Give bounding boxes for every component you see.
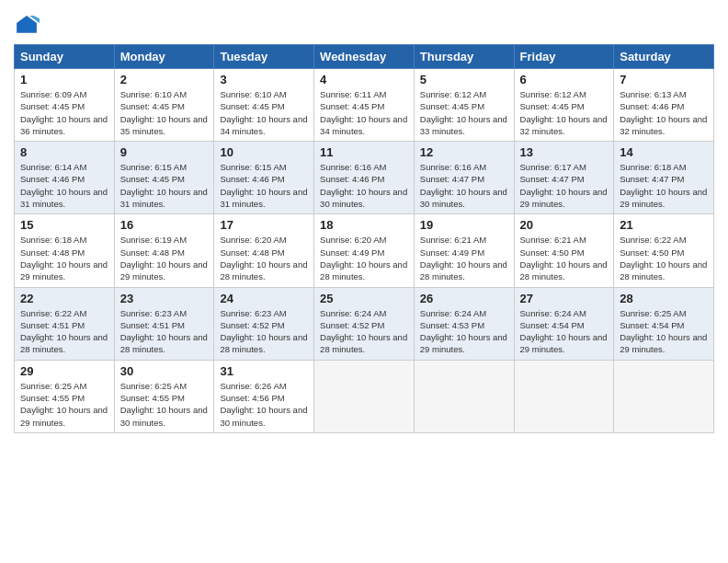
logo-icon xyxy=(14,13,40,39)
day-info: Sunrise: 6:18 AMSunset: 4:47 PMDaylight:… xyxy=(620,161,709,210)
day-number: 16 xyxy=(120,218,210,232)
day-number: 25 xyxy=(320,292,409,305)
day-number: 2 xyxy=(120,73,210,86)
day-info: Sunrise: 6:25 AMSunset: 4:55 PMDaylight:… xyxy=(20,380,109,429)
day-number: 26 xyxy=(420,292,509,305)
day-number: 18 xyxy=(320,218,409,232)
day-info: Sunrise: 6:24 AMSunset: 4:52 PMDaylight:… xyxy=(320,307,409,356)
day-number: 14 xyxy=(620,145,709,159)
weekday-header-wednesday: Wednesday xyxy=(314,45,415,69)
day-number: 21 xyxy=(620,218,709,232)
weekday-header-friday: Friday xyxy=(514,45,614,69)
day-info: Sunrise: 6:24 AMSunset: 4:53 PMDaylight:… xyxy=(420,307,509,356)
weekday-header-thursday: Thursday xyxy=(414,45,514,69)
day-number: 1 xyxy=(20,73,109,86)
day-info: Sunrise: 6:17 AMSunset: 4:47 PMDaylight:… xyxy=(520,161,609,210)
day-info: Sunrise: 6:23 AMSunset: 4:51 PMDaylight:… xyxy=(120,307,210,356)
calendar-cell: 29Sunrise: 6:25 AMSunset: 4:55 PMDayligh… xyxy=(15,360,115,432)
day-number: 13 xyxy=(520,145,609,159)
calendar-cell xyxy=(414,360,514,432)
day-info: Sunrise: 6:22 AMSunset: 4:50 PMDaylight:… xyxy=(620,234,709,282)
calendar-cell: 5Sunrise: 6:12 AMSunset: 4:45 PMDaylight… xyxy=(414,69,514,142)
weekday-header-monday: Monday xyxy=(114,45,214,69)
calendar-cell xyxy=(314,360,415,432)
day-number: 3 xyxy=(220,73,309,86)
calendar-cell: 21Sunrise: 6:22 AMSunset: 4:50 PMDayligh… xyxy=(614,214,714,287)
calendar-cell: 16Sunrise: 6:19 AMSunset: 4:48 PMDayligh… xyxy=(114,214,214,287)
calendar-cell: 6Sunrise: 6:12 AMSunset: 4:45 PMDaylight… xyxy=(514,69,614,142)
calendar-week-row: 1Sunrise: 6:09 AMSunset: 4:45 PMDaylight… xyxy=(15,69,714,142)
calendar-cell: 15Sunrise: 6:18 AMSunset: 4:48 PMDayligh… xyxy=(15,214,115,287)
day-info: Sunrise: 6:15 AMSunset: 4:45 PMDaylight:… xyxy=(120,161,210,210)
day-number: 4 xyxy=(320,73,409,86)
day-number: 19 xyxy=(420,218,509,232)
day-info: Sunrise: 6:20 AMSunset: 4:49 PMDaylight:… xyxy=(320,234,409,282)
day-info: Sunrise: 6:12 AMSunset: 4:45 PMDaylight:… xyxy=(520,88,609,137)
day-number: 15 xyxy=(20,218,109,232)
calendar-cell: 10Sunrise: 6:15 AMSunset: 4:46 PMDayligh… xyxy=(214,142,314,214)
calendar-cell: 30Sunrise: 6:25 AMSunset: 4:55 PMDayligh… xyxy=(114,360,214,432)
calendar-week-row: 29Sunrise: 6:25 AMSunset: 4:55 PMDayligh… xyxy=(15,360,714,432)
day-info: Sunrise: 6:20 AMSunset: 4:48 PMDaylight:… xyxy=(220,234,309,282)
calendar-cell: 1Sunrise: 6:09 AMSunset: 4:45 PMDaylight… xyxy=(15,69,115,142)
day-number: 17 xyxy=(220,218,309,232)
day-info: Sunrise: 6:25 AMSunset: 4:54 PMDaylight:… xyxy=(620,307,709,356)
calendar-cell: 18Sunrise: 6:20 AMSunset: 4:49 PMDayligh… xyxy=(314,214,415,287)
day-number: 24 xyxy=(220,292,309,305)
day-number: 30 xyxy=(120,364,210,378)
day-info: Sunrise: 6:15 AMSunset: 4:46 PMDaylight:… xyxy=(220,161,309,210)
calendar-cell: 7Sunrise: 6:13 AMSunset: 4:46 PMDaylight… xyxy=(614,69,714,142)
calendar-cell: 26Sunrise: 6:24 AMSunset: 4:53 PMDayligh… xyxy=(414,287,514,360)
day-number: 31 xyxy=(220,364,309,378)
calendar-cell: 3Sunrise: 6:10 AMSunset: 4:45 PMDaylight… xyxy=(214,69,314,142)
day-info: Sunrise: 6:21 AMSunset: 4:50 PMDaylight:… xyxy=(520,234,609,282)
day-number: 22 xyxy=(20,292,109,305)
day-number: 9 xyxy=(120,145,210,159)
day-number: 28 xyxy=(620,292,709,305)
day-number: 6 xyxy=(520,73,609,86)
day-info: Sunrise: 6:16 AMSunset: 4:47 PMDaylight:… xyxy=(420,161,509,210)
calendar-cell: 23Sunrise: 6:23 AMSunset: 4:51 PMDayligh… xyxy=(114,287,214,360)
day-info: Sunrise: 6:25 AMSunset: 4:55 PMDaylight:… xyxy=(120,380,210,429)
calendar-cell: 24Sunrise: 6:23 AMSunset: 4:52 PMDayligh… xyxy=(214,287,314,360)
calendar-cell: 13Sunrise: 6:17 AMSunset: 4:47 PMDayligh… xyxy=(514,142,614,214)
calendar-cell: 11Sunrise: 6:16 AMSunset: 4:46 PMDayligh… xyxy=(314,142,415,214)
day-number: 20 xyxy=(520,218,609,232)
calendar-table: SundayMondayTuesdayWednesdayThursdayFrid… xyxy=(14,44,714,433)
calendar-cell xyxy=(614,360,714,432)
calendar-week-row: 8Sunrise: 6:14 AMSunset: 4:46 PMDaylight… xyxy=(15,142,714,214)
weekday-header-saturday: Saturday xyxy=(614,45,714,69)
calendar-cell: 9Sunrise: 6:15 AMSunset: 4:45 PMDaylight… xyxy=(114,142,214,214)
calendar-week-row: 15Sunrise: 6:18 AMSunset: 4:48 PMDayligh… xyxy=(15,214,714,287)
header xyxy=(14,9,714,39)
day-info: Sunrise: 6:10 AMSunset: 4:45 PMDaylight:… xyxy=(220,88,309,137)
day-info: Sunrise: 6:24 AMSunset: 4:54 PMDaylight:… xyxy=(520,307,609,356)
calendar-cell: 31Sunrise: 6:26 AMSunset: 4:56 PMDayligh… xyxy=(214,360,314,432)
day-info: Sunrise: 6:10 AMSunset: 4:45 PMDaylight:… xyxy=(120,88,210,137)
weekday-header-sunday: Sunday xyxy=(15,45,115,69)
day-number: 12 xyxy=(420,145,509,159)
calendar-cell: 25Sunrise: 6:24 AMSunset: 4:52 PMDayligh… xyxy=(314,287,415,360)
calendar-week-row: 22Sunrise: 6:22 AMSunset: 4:51 PMDayligh… xyxy=(15,287,714,360)
calendar-cell: 28Sunrise: 6:25 AMSunset: 4:54 PMDayligh… xyxy=(614,287,714,360)
calendar-cell: 17Sunrise: 6:20 AMSunset: 4:48 PMDayligh… xyxy=(214,214,314,287)
day-info: Sunrise: 6:16 AMSunset: 4:46 PMDaylight:… xyxy=(320,161,409,210)
day-info: Sunrise: 6:19 AMSunset: 4:48 PMDaylight:… xyxy=(120,234,210,282)
calendar-cell: 2Sunrise: 6:10 AMSunset: 4:45 PMDaylight… xyxy=(114,69,214,142)
page: SundayMondayTuesdayWednesdayThursdayFrid… xyxy=(0,0,728,563)
calendar-cell: 8Sunrise: 6:14 AMSunset: 4:46 PMDaylight… xyxy=(15,142,115,214)
weekday-header-row: SundayMondayTuesdayWednesdayThursdayFrid… xyxy=(15,45,714,69)
day-number: 10 xyxy=(220,145,309,159)
day-number: 27 xyxy=(520,292,609,305)
day-info: Sunrise: 6:14 AMSunset: 4:46 PMDaylight:… xyxy=(20,161,109,210)
calendar-cell: 4Sunrise: 6:11 AMSunset: 4:45 PMDaylight… xyxy=(314,69,415,142)
weekday-header-tuesday: Tuesday xyxy=(214,45,314,69)
calendar-cell: 22Sunrise: 6:22 AMSunset: 4:51 PMDayligh… xyxy=(15,287,115,360)
day-number: 5 xyxy=(420,73,509,86)
day-info: Sunrise: 6:23 AMSunset: 4:52 PMDaylight:… xyxy=(220,307,309,356)
day-number: 11 xyxy=(320,145,409,159)
day-number: 29 xyxy=(20,364,109,378)
day-info: Sunrise: 6:26 AMSunset: 4:56 PMDaylight:… xyxy=(220,380,309,429)
calendar-cell: 14Sunrise: 6:18 AMSunset: 4:47 PMDayligh… xyxy=(614,142,714,214)
calendar-cell xyxy=(514,360,614,432)
